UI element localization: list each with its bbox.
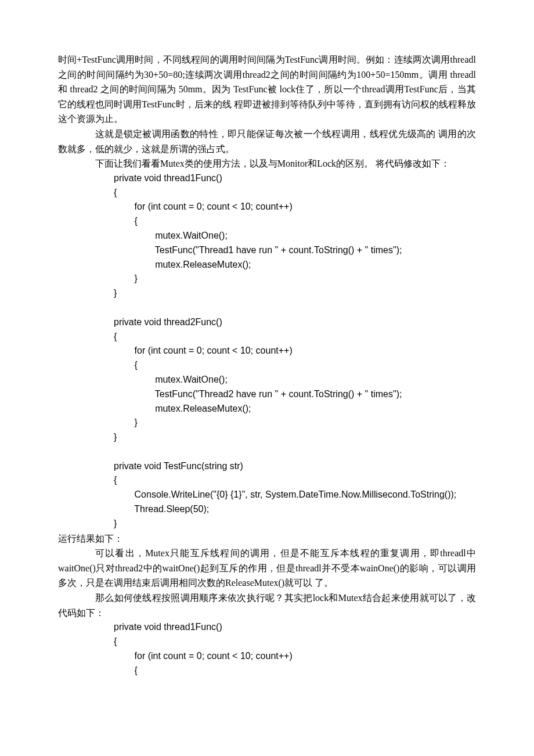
- paragraph-5: 可以看出，Mutex只能互斥线程间的调用，但是不能互斥本线程的重复调用，即thr…: [58, 546, 476, 591]
- code-block-1: private void thread1Func() { for (int co…: [58, 171, 476, 531]
- code-block-2: private void thread1Func() { for (int co…: [58, 620, 476, 678]
- paragraph-2: 这就是锁定被调用函数的特性，即只能保证每次被一个线程调用，线程优先级高的 调用的…: [58, 127, 476, 156]
- paragraph-6: 那么如何使线程按照调用顺序来依次执行呢？其实把lock和Mutex结合起来使用就…: [58, 591, 476, 620]
- paragraph-3: 下面让我们看看Mutex类的使用方法，以及与Monitor和Lock的区别。 将…: [58, 156, 476, 171]
- paragraph-1: 时间+TestFunc调用时间，不同线程间的调用时间间隔为TestFunc调用时…: [58, 52, 476, 127]
- paragraph-4: 运行结果如下：: [58, 531, 476, 546]
- document-page: 时间+TestFunc调用时间，不同线程间的调用时间间隔为TestFunc调用时…: [0, 0, 534, 736]
